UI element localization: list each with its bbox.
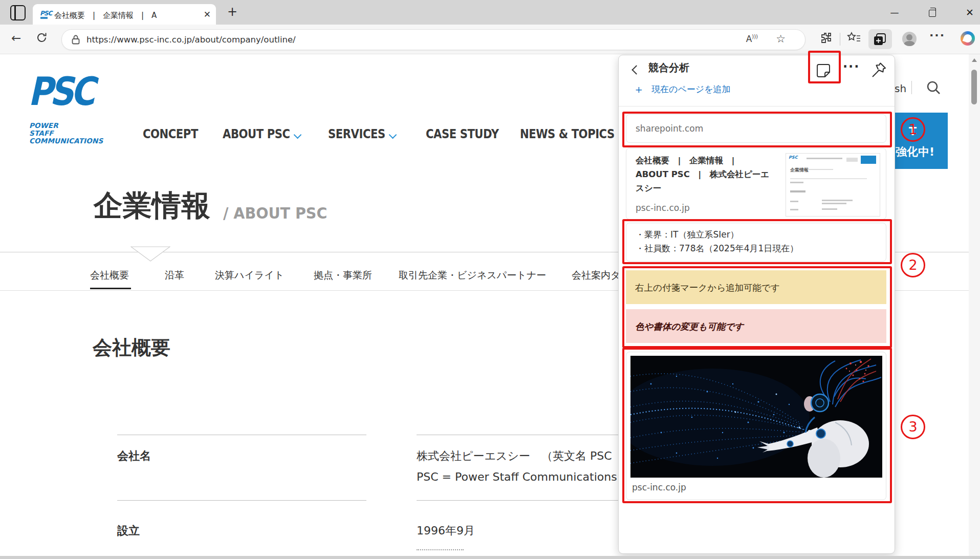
collection-item-psc-page[interactable]: 会社概要 | 企業情報 | ABOUT PSC | 株式会社ピーエ スシー ps… <box>626 148 886 220</box>
active-tab[interactable]: PSC 会社概要 | 企業情報 | A ✕ <box>33 4 216 25</box>
nav-news-topics[interactable]: NEWS & TOPICS <box>520 127 615 141</box>
restore-icon <box>929 10 936 17</box>
extensions-icon[interactable] <box>820 32 833 45</box>
nav-about-psc[interactable]: ABOUT PSC <box>223 127 290 141</box>
language-link-fragment[interactable]: sh <box>895 82 906 95</box>
restore-button[interactable] <box>921 0 944 25</box>
subnav-financial-highlights[interactable]: 決算ハイライト <box>215 269 284 282</box>
sticky-note-pink[interactable]: 色や書体の変更も可能です <box>626 309 886 343</box>
psc-logo-subtext: POWERSTAFFCOMMUNICATIONS <box>29 122 103 145</box>
image-domain: psc-inc.co.jp <box>632 482 686 492</box>
section-title: 会社概要 <box>93 335 170 361</box>
back-icon[interactable] <box>631 65 641 74</box>
nav-services[interactable]: SERVICES <box>328 127 385 141</box>
browser-window: PSC 会社概要 | 企業情報 | A ✕ + — ✕ ← https://ww… <box>0 0 980 559</box>
subnav-company-outline[interactable]: 会社概要 <box>90 269 129 282</box>
table-line <box>117 435 366 435</box>
hero-chevron-notch <box>130 246 170 263</box>
tab-actions-icon[interactable] <box>10 5 26 20</box>
collection-item-image[interactable]: psc-inc.co.jp <box>626 352 886 500</box>
subnav-company-download[interactable]: 会社案内ダ <box>572 269 620 282</box>
table-value: 株式会社ピーエスシー （英文名 PSC <box>417 448 612 464</box>
add-current-page-link[interactable]: ＋現在のページを追加 <box>633 82 731 97</box>
panel-more-icon[interactable]: ··· <box>843 59 860 74</box>
nav-case-study[interactable]: CASE STUDY <box>426 127 498 141</box>
page-subtitle: / ABOUT PSC <box>223 204 327 222</box>
read-aloud-icon[interactable]: A))) <box>746 34 758 44</box>
table-value: 1996年9月 <box>417 523 475 539</box>
back-button[interactable]: ← <box>11 31 21 45</box>
saved-page-domain: psc-inc.co.jp <box>636 203 690 213</box>
collections-panel: 競合分析 ··· ＋現在のページを追加 sharepoint.com 会社概要 … <box>618 55 895 554</box>
sticky-note-yellow[interactable]: 右上の付箋マークから追加可能です <box>626 270 886 304</box>
table-value: PSC = Power Staff Communications <box>417 470 617 483</box>
subnav-history[interactable]: 沿革 <box>165 269 184 282</box>
plus-icon: ＋ <box>633 83 644 96</box>
navigation-toolbar: ← https://www.psc-inc.co.jp/about/compan… <box>0 25 980 54</box>
favorites-bar-icon[interactable] <box>847 32 861 45</box>
tab-favicon-psc: PSC <box>40 10 52 17</box>
close-button[interactable]: ✕ <box>958 0 980 25</box>
copilot-icon[interactable] <box>961 31 975 46</box>
url-text[interactable]: https://www.psc-inc.co.jp/about/company/… <box>86 35 296 45</box>
minimize-button[interactable]: — <box>883 0 906 25</box>
saved-page-title: 会社概要 | 企業情報 | ABOUT PSC | 株式会社ピーエ スシー <box>636 154 784 195</box>
pin-icon[interactable] <box>870 61 887 79</box>
page-title: 企業情報 <box>94 186 210 226</box>
nav-concept[interactable]: CONCEPT <box>143 127 198 141</box>
tab-title: 会社概要 | 企業情報 | A <box>54 11 198 20</box>
active-tab-underline <box>90 288 131 289</box>
recruit-banner[interactable]: T 強化中! <box>894 113 948 169</box>
refresh-button[interactable] <box>36 32 48 44</box>
page-scrollbar[interactable] <box>969 54 980 556</box>
header-divider <box>911 81 912 94</box>
panel-divider <box>619 106 895 106</box>
scrollbar-thumb[interactable] <box>971 70 977 104</box>
lock-icon <box>72 35 80 45</box>
table-label: 会社名 <box>117 448 151 464</box>
table-dotted-line <box>417 549 464 550</box>
chevron-down-icon <box>294 131 302 139</box>
toolbar-divider <box>840 33 840 46</box>
address-bar[interactable]: https://www.psc-inc.co.jp/about/company/… <box>61 29 805 50</box>
search-icon[interactable] <box>926 80 941 95</box>
chevron-down-icon <box>389 131 397 139</box>
scroll-up-arrow[interactable] <box>972 58 977 62</box>
collection-title: 競合分析 <box>648 61 689 75</box>
subnav-partners[interactable]: 取引先企業・ビジネスパートナー <box>399 269 546 282</box>
collection-note-company-facts[interactable]: ・業界：IT（独立系SIer） ・社員数：778名（2025年4月1日現在） <box>626 223 886 262</box>
collection-item-sharepoint[interactable]: sharepoint.com <box>626 114 886 143</box>
settings-more-icon[interactable]: ··· <box>929 29 945 41</box>
subnav-offices[interactable]: 拠点・事業所 <box>314 269 372 282</box>
saved-page-thumbnail: PSC 企業情報 <box>786 153 880 217</box>
collections-button[interactable] <box>868 29 892 49</box>
tab-close-icon[interactable]: ✕ <box>204 10 211 19</box>
profile-avatar[interactable] <box>902 32 917 46</box>
window-bottom-edge <box>0 556 980 559</box>
favorite-star-icon[interactable]: ☆ <box>776 33 786 45</box>
tab-bar: PSC 会社概要 | 企業情報 | A ✕ + — ✕ <box>0 0 980 25</box>
table-line <box>117 500 366 501</box>
new-tab-button[interactable]: + <box>227 5 237 19</box>
psc-logo[interactable]: PSC <box>28 74 92 110</box>
table-label: 設立 <box>117 523 140 539</box>
ai-robot-image <box>630 356 882 478</box>
sticky-note-icon[interactable] <box>814 61 833 80</box>
